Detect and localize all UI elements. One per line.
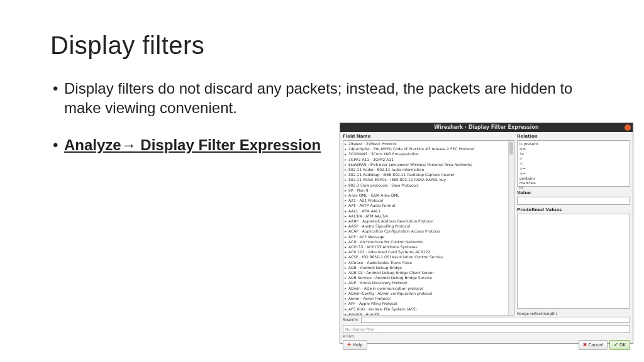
search-label: Search: [343,317,358,322]
relation-item[interactable]: >= [519,166,628,171]
filter-expression-input[interactable]: No display filter [343,325,630,333]
search-input[interactable] [361,317,630,323]
field-list-item[interactable]: ▸6LoWPAN · IPv6 over Low power Wireless … [345,162,513,167]
field-list-item[interactable]: ▸ACF · ACF Message [345,234,513,239]
predefined-values-label: Predefined Values [517,207,630,212]
field-list-item[interactable]: ▸AASP · Aastra Signalling Protocol [345,224,513,229]
field-list-item[interactable]: ▸29West · 29West Protocol [345,141,513,146]
field-list-item[interactable]: ▸AFP · Apple Filing Protocol [345,301,513,306]
relation-item[interactable]: in [519,185,628,190]
hint-text: A hint. [340,334,633,338]
field-list-item[interactable]: ▸802.3 Slow protocols · Slow Protocols [345,183,513,188]
field-list-item[interactable]: ▸ACN · Architecture for Control Networks [345,239,513,244]
field-name-list[interactable]: ▸29West · 29West Protocol▸2dparityfec · … [343,140,514,315]
relation-item[interactable]: is present [519,141,628,146]
relation-item[interactable]: > [519,156,628,161]
relation-item[interactable]: == [519,146,628,151]
field-list-item[interactable]: ▸3GPP2 A11 · 3GPP2 A11 [345,157,513,162]
field-list-item[interactable]: ▸ADwin · ADwin communication protocol [345,286,513,291]
slide-title: Display filters [50,31,594,60]
field-name-label: Field Name [343,134,514,139]
field-list-item[interactable]: ▸ADB Service · Android Debug Bridge Serv… [345,275,513,280]
value-label: Value [517,190,630,195]
field-list-item[interactable]: ▸ACSE · ISO 8650-1 OSI Association Contr… [345,255,513,260]
field-list-item[interactable]: ▸2dparityfec · Pro-MPEG Code of Practice… [345,146,513,151]
scrollbar[interactable] [508,141,514,315]
relation-item[interactable]: <= [519,171,628,176]
field-list-item[interactable]: ▸ACtrace · AudioCodes Trunk Trace [345,260,513,265]
relation-item[interactable]: contains [519,176,628,181]
bullet-1: Display filters do not discard any packe… [50,79,594,118]
field-list-item[interactable]: ▸AAF · AVTP Audio Format [345,203,513,208]
field-list-item[interactable]: ▸ACAP · Application Configuration Access… [345,229,513,234]
display-filter-expression-dialog: Wireshark · Display Filter Expression Fi… [340,123,633,344]
field-list-item[interactable]: ▸Aeron · Aeron Protocol [345,296,513,301]
field-list-item[interactable]: ▸A21 · A21 Protocol [345,198,513,203]
field-list-item[interactable]: ▸A-bis OML · GSM A-bis OML [345,193,513,198]
field-list-item[interactable]: ▸ADP · Aruba Discovery Protocol [345,280,513,285]
field-list-item[interactable]: ▸ADB CS · Android Debug Bridge Client-Se… [345,270,513,275]
close-icon[interactable] [625,124,631,131]
relation-list[interactable]: is present==!=><>=<=containsmatchesin [517,140,630,187]
field-list-item[interactable]: ▸802.11 RSNA EAPOL · IEEE 802.11 RSNA EA… [345,177,513,182]
help-icon: ✚ [347,343,352,348]
field-list-item[interactable]: ▸AgentX · AgentX [345,312,513,315]
field-list-item[interactable]: ▸AFS (RX) · Andrew File System (AFS) [345,307,513,312]
dialog-title: Wireshark · Display Filter Expression [434,124,539,130]
field-list-item[interactable]: ▸9P · Plan 9 [345,188,513,193]
relation-item[interactable]: != [519,151,628,156]
field-list-item[interactable]: ▸AARP · Appletalk Address Resolution Pro… [345,219,513,224]
field-list-item[interactable]: ▸ACP133 · ACP133 Attribute Syntaxes [345,244,513,250]
arrow-icon: → [121,136,136,153]
field-list-item[interactable]: ▸ACR 122 · Advanced Card Systems ACR122 [345,250,513,255]
help-button[interactable]: ✚Help [343,340,367,350]
cancel-button[interactable]: ✖Cancel [579,340,608,350]
field-list-item[interactable]: ▸802.11 Radio · 802.11 radio information [345,167,513,172]
field-list-item[interactable]: ▸ADB · Android Debug Bridge [345,265,513,270]
field-list-item[interactable]: ▸AAL1 · ATM AAL1 [345,209,513,214]
menu-item: Display Filter Expression [136,136,321,153]
relation-item[interactable]: matches [519,180,628,185]
value-input[interactable] [517,197,630,205]
range-label: Range (offset:length) [517,311,630,315]
ok-icon: ✔ [614,343,618,348]
field-list-item[interactable]: ▸802.11 Radiotap · IEEE 802.11 Radiotap … [345,172,513,177]
predefined-values-list[interactable] [517,214,630,309]
menu-analyze: Analyze [64,136,121,153]
cancel-icon: ✖ [583,343,587,348]
relation-item[interactable]: < [519,161,628,166]
field-list-item[interactable]: ▸AAL3/4 · ATM AAL3/4 [345,214,513,219]
field-list-item[interactable]: ▸ADwin-Config · ADwin configuration prot… [345,291,513,296]
ok-button[interactable]: ✔OK [609,340,630,350]
relation-label: Relation [517,134,630,139]
dialog-titlebar: Wireshark · Display Filter Expression [340,123,633,132]
field-list-item[interactable]: ▸3COMXNS · 3Com XNS Encapsulation [345,151,513,156]
